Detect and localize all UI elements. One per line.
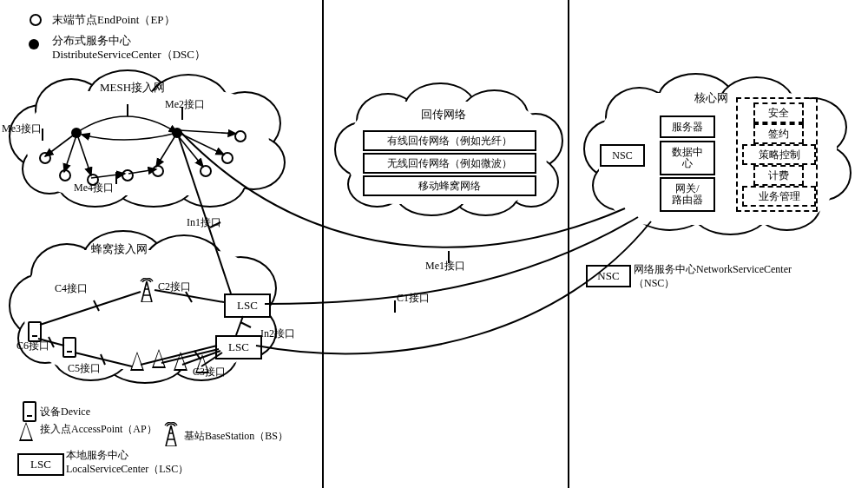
cellular-ap-3	[174, 352, 187, 371]
legend-ap-text: 接入点AccessPoint（AP）	[40, 424, 170, 435]
mesh-dsc-1	[71, 128, 82, 138]
legend-lsc-text1: 本地服务中心	[66, 448, 128, 463]
label-me4: Me4接口	[74, 181, 114, 195]
lsc1-text: LSC	[237, 299, 258, 313]
legend-bs-icon	[163, 422, 179, 446]
cloud-backhaul-title: 回传网络	[421, 107, 466, 122]
mesh-ep-1	[39, 152, 51, 164]
mesh-ep-6	[200, 165, 212, 177]
cloud-mesh-title: MESH接入网	[100, 80, 165, 96]
legend-ap-icon	[19, 422, 33, 441]
core-dashed-group	[736, 97, 818, 212]
label-c3: C3接口	[193, 365, 226, 379]
legend-dsc-icon	[29, 39, 39, 49]
cellular-ap-2	[152, 349, 166, 368]
label-in1: In1接口	[187, 215, 221, 230]
cloud-cellular-title: 蜂窝接入网	[91, 241, 148, 257]
legend-lsc-box: LSC	[17, 453, 64, 476]
label-c6: C6接口	[16, 339, 49, 353]
mesh-ep-8	[234, 130, 247, 142]
lsc-box-2: LSC	[215, 335, 262, 359]
mesh-ep-4	[122, 169, 134, 181]
legend-bs-text: 基站BaseStation（BS）	[184, 429, 288, 444]
legend-nsc-box: NSC	[586, 265, 631, 287]
legend-nsc-text2: （NSC）	[634, 276, 674, 291]
label-c1: C1接口	[397, 291, 430, 306]
label-c5: C5接口	[68, 361, 101, 376]
core-gateway: 网关/路由器	[660, 177, 715, 212]
label-me2: Me2接口	[165, 97, 205, 112]
label-me1: Me1接口	[425, 259, 465, 274]
diagram-stage: { "legend": { "ep": "末端节点EndPoint（EP）", …	[0, 0, 868, 488]
cloud-core-title: 核心网	[694, 90, 728, 106]
cellular-ap-1	[130, 352, 144, 371]
divider-left	[322, 0, 324, 488]
mesh-ep-2	[59, 169, 71, 181]
mesh-dsc-2	[172, 128, 182, 138]
legend-nsc-text1: 网络服务中心NetworkServiceCenter	[634, 262, 792, 277]
backhaul-wired: 有线回传网络（例如光纤）	[363, 130, 536, 151]
cellular-device-2	[62, 337, 76, 358]
legend-ep-icon	[30, 14, 42, 26]
mesh-ep-5	[152, 165, 164, 177]
core-nsc: NSC	[600, 144, 645, 167]
legend-ep-text: 末端节点EndPoint（EP）	[52, 12, 175, 28]
divider-right	[568, 0, 569, 488]
legend-device-icon	[23, 401, 36, 422]
label-in2: In2接口	[260, 326, 295, 341]
backhaul-wireless: 无线回传网络（例如微波）	[363, 153, 536, 174]
core-datacenter: 数据中心	[660, 141, 715, 175]
label-c4: C4接口	[55, 281, 88, 296]
core-server: 服务器	[660, 115, 715, 138]
lsc2-text: LSC	[228, 340, 249, 354]
lsc-box-1: LSC	[224, 293, 271, 318]
legend-device-text: 设备Device	[40, 405, 90, 419]
legend-lsc-text2: LocalServiceCenter（LSC）	[66, 462, 188, 477]
mesh-ep-7	[221, 152, 233, 164]
legend-dsc-text2: DistributeServiceCenter（DSC）	[52, 47, 206, 63]
label-me3: Me3接口	[2, 122, 42, 136]
backhaul-mobile: 移动蜂窝网络	[363, 175, 536, 196]
label-c2: C2接口	[158, 280, 191, 294]
cellular-bs	[139, 278, 155, 302]
